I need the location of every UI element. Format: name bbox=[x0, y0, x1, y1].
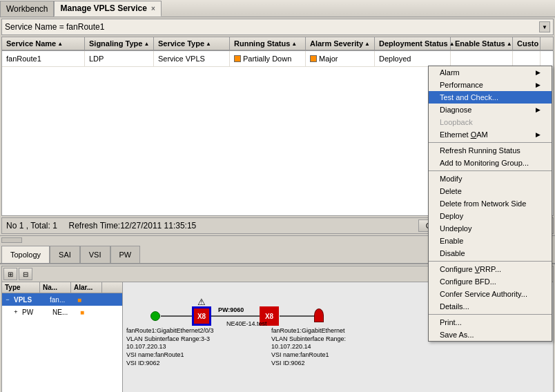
workbench-tab[interactable]: Workbench bbox=[0, 1, 54, 17]
right-node-labels: fanRoute1:GigabitEthernet VLAN Subinterf… bbox=[271, 327, 346, 367]
table-header: Service Name▲ Signaling Type▲ Service Ty… bbox=[2, 37, 553, 51]
menu-item-performance[interactable]: Performance ▶ bbox=[429, 79, 552, 91]
alarm-severity-dot bbox=[310, 55, 317, 62]
menu-item-save-as[interactable]: Save As... bbox=[429, 329, 552, 341]
workbench-label: Workbench bbox=[6, 4, 48, 14]
menu-item-modify[interactable]: Modify bbox=[429, 173, 552, 185]
topology-tree: Type Na... Alar... − VPLS fan... ■ + PW … bbox=[2, 282, 123, 392]
warning-icon-1: ⚠ bbox=[197, 297, 206, 307]
cell-signaling-type: LDP bbox=[85, 51, 154, 66]
ne-middle-label: NE40E-14.test bbox=[226, 320, 267, 327]
col-service-type[interactable]: Service Type▲ bbox=[154, 37, 230, 50]
tab-label: Manage VPLS Service bbox=[60, 3, 146, 13]
col-deployment-status[interactable]: Deployment Status▲ bbox=[375, 37, 451, 50]
menu-item-configure-vrrp[interactable]: Configure VRRP... bbox=[429, 263, 552, 275]
col-signaling-type[interactable]: Signaling Type▲ bbox=[85, 37, 154, 50]
menu-item-alarm[interactable]: Alarm ▶ bbox=[429, 66, 552, 79]
menu-item-deploy[interactable]: Deploy bbox=[429, 210, 552, 222]
tree-cell-name-vpls: fan... bbox=[48, 295, 75, 304]
tab-vsi[interactable]: VSI bbox=[80, 246, 110, 263]
context-menu: Alarm ▶ Performance ▶ Test and Check... … bbox=[428, 66, 552, 342]
cell-enable-status bbox=[451, 51, 513, 66]
col-service-name[interactable]: Service Name▲ bbox=[2, 37, 85, 50]
col-custom[interactable]: Custo bbox=[513, 37, 541, 50]
tab-pw[interactable]: PW bbox=[110, 246, 141, 263]
menu-item-details[interactable]: Details... bbox=[429, 300, 552, 313]
menu-item-confer-authority[interactable]: Confer Service Authority... bbox=[429, 288, 552, 300]
cell-running-status: Partially Down bbox=[230, 51, 306, 66]
cell-deployment-status: Deployed bbox=[375, 51, 451, 66]
tree-col-type: Type bbox=[2, 282, 40, 293]
expand-all-btn[interactable]: ⊞ bbox=[3, 268, 17, 280]
manage-vpls-tab[interactable]: Manage VPLS Service × bbox=[54, 1, 161, 17]
node-left-green bbox=[150, 311, 160, 321]
tree-cell-type-vpls: VPLS bbox=[12, 295, 48, 304]
expand-pw-icon[interactable]: + bbox=[12, 308, 20, 315]
expand-vpls-icon[interactable]: − bbox=[3, 296, 12, 303]
tree-item-pw[interactable]: + PW NE... ■ bbox=[2, 306, 122, 318]
line-left bbox=[161, 315, 195, 317]
node-right-red bbox=[314, 308, 324, 322]
menu-separator-4 bbox=[429, 314, 552, 315]
left-node-labels: fanRoute1:GigabitEthernet2/0/3 VLAN Subi… bbox=[126, 327, 214, 367]
line-middle bbox=[211, 315, 260, 317]
tab-topology[interactable]: Topology bbox=[1, 246, 50, 263]
table-row[interactable]: fanRoute1 LDP Service VPLS Partially Dow… bbox=[2, 51, 553, 67]
menu-item-ethernet-oam[interactable]: Ethernet OAM ▶ bbox=[429, 128, 552, 141]
scroll-thumb[interactable] bbox=[1, 237, 22, 243]
menu-item-delete-from-network[interactable]: Delete from Network Side bbox=[429, 197, 552, 210]
menu-item-configure-bfd[interactable]: Configure BFD... bbox=[429, 275, 552, 288]
col-enable-status[interactable]: Enable Status▲ bbox=[451, 37, 513, 50]
menu-separator-2 bbox=[429, 170, 552, 171]
tree-header: Type Na... Alar... bbox=[2, 282, 122, 293]
col-alarm-severity[interactable]: Alarm Severity▲ bbox=[306, 37, 375, 50]
tab-close-icon[interactable]: × bbox=[151, 5, 155, 12]
menu-item-add-to-monitoring[interactable]: Add to Monitoring Group... bbox=[429, 157, 552, 169]
menu-item-disable[interactable]: Disable bbox=[429, 247, 552, 259]
running-status-dot bbox=[234, 55, 241, 62]
tree-cell-alarm-pw: ■ bbox=[78, 308, 86, 317]
tree-cell-name-pw: NE... bbox=[50, 308, 78, 317]
cell-service-type: Service VPLS bbox=[154, 51, 230, 66]
search-bar: ▼ bbox=[1, 19, 554, 35]
menu-separator-3 bbox=[429, 261, 552, 262]
col-running-status[interactable]: Running Status▲ bbox=[230, 37, 306, 50]
menu-separator-1 bbox=[429, 142, 552, 143]
menu-item-enable[interactable]: Enable bbox=[429, 235, 552, 247]
collapse-all-btn[interactable]: ⊟ bbox=[19, 268, 32, 280]
tree-col-alarm: Alar... bbox=[71, 282, 102, 293]
menu-item-refresh-running-status[interactable]: Refresh Running Status bbox=[429, 144, 552, 157]
menu-item-undeploy[interactable]: Undeploy bbox=[429, 222, 552, 235]
menu-item-loopback: Loopback bbox=[429, 116, 552, 128]
green-dot-left bbox=[150, 311, 160, 321]
menu-item-print[interactable]: Print... bbox=[429, 316, 552, 329]
menu-item-diagnose[interactable]: Diagnose ▶ bbox=[429, 104, 552, 116]
tree-item-vpls[interactable]: − VPLS fan... ■ bbox=[2, 293, 122, 306]
cell-custom bbox=[513, 51, 541, 66]
router-node-1[interactable]: X8 ⚠ bbox=[192, 306, 211, 326]
status-info: No 1 , Total: 1 Refresh Time:12/27/2011 … bbox=[6, 221, 196, 231]
line-right bbox=[280, 315, 314, 317]
tree-cell-alarm-vpls: ■ bbox=[75, 295, 84, 304]
search-input[interactable] bbox=[5, 22, 539, 32]
menu-item-delete[interactable]: Delete bbox=[429, 185, 552, 197]
title-bar: Workbench Manage VPLS Service × bbox=[0, 0, 555, 17]
cell-service-name: fanRoute1 bbox=[2, 51, 85, 66]
tab-sai[interactable]: SAI bbox=[50, 246, 80, 263]
pw-label: PW:9060 bbox=[218, 306, 244, 313]
cell-alarm-severity: Major bbox=[306, 51, 375, 66]
tree-cell-type-pw: PW bbox=[20, 308, 50, 317]
tree-col-name: Na... bbox=[40, 282, 71, 293]
search-dropdown-btn[interactable]: ▼ bbox=[539, 21, 550, 32]
menu-item-test-and-check[interactable]: Test and Check... bbox=[429, 91, 552, 104]
